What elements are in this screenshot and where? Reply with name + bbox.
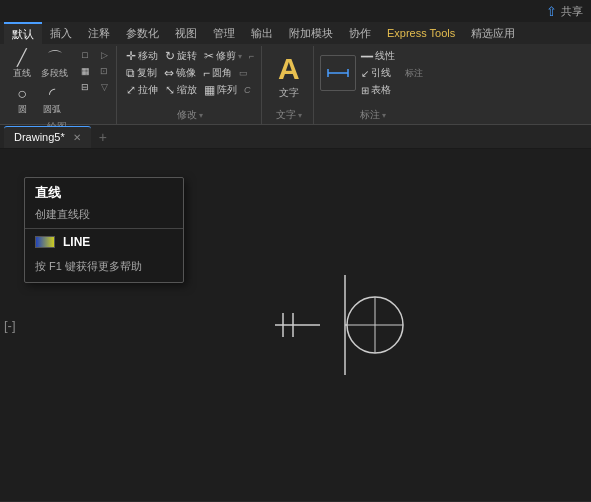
btn-fillet[interactable]: ⌐ 圆角 — [200, 65, 235, 81]
doc-tab-add[interactable]: + — [91, 127, 115, 147]
btn-arc[interactable]: ◜ 圆弧 — [38, 84, 66, 118]
btn-array[interactable]: ▦ 阵列 — [201, 82, 240, 98]
btn-region[interactable]: ⊡ — [96, 64, 112, 78]
btn-wipeout[interactable]: ⊟ — [75, 80, 95, 94]
share-label[interactable]: 共享 — [561, 4, 583, 19]
btn-circle[interactable]: ○ 圆 — [8, 84, 36, 118]
btn-annotation-sub[interactable]: 标注 — [402, 66, 426, 81]
btn-linear[interactable]: ━━ 线性 — [358, 48, 398, 64]
modify-row-1: ✛ 移动 ↻ 旋转 ✂ 修剪 ▾ ⌐ — [123, 48, 257, 64]
ribbon-group-draw: ╱ 直线 ⌒ 多段线 ○ 圆 ◜ — [4, 46, 117, 124]
btn-rotate[interactable]: ↻ 旋转 — [162, 48, 200, 64]
doc-tab-close[interactable]: ✕ — [73, 132, 81, 143]
ribbon-tabs: 默认 插入 注释 参数化 视图 管理 输出 附加模块 协作 Express To… — [0, 22, 591, 44]
tab-output[interactable]: 输出 — [243, 22, 281, 44]
btn-rect-crop[interactable]: ▭ — [236, 67, 251, 79]
tab-manage[interactable]: 管理 — [205, 22, 243, 44]
viewport: [-] 直线 创建直线段 LINE 按 F1 键获得更多帮助 — [0, 149, 591, 501]
ribbon-group-modify: ✛ 移动 ↻ 旋转 ✂ 修剪 ▾ ⌐ ⧉ — [119, 46, 262, 124]
btn-table[interactable]: ⊞ 表格 — [358, 82, 398, 98]
modify-row-2: ⧉ 复制 ⇔ 镜像 ⌐ 圆角 ▭ — [123, 65, 257, 81]
doc-tab-drawing5[interactable]: Drawing5* ✕ — [4, 126, 91, 148]
tooltip-line-row: LINE — [25, 229, 183, 255]
btn-scale[interactable]: ⤡ 缩放 — [162, 82, 200, 98]
btn-dimension[interactable] — [320, 55, 356, 91]
share-section: ⇧ 共享 — [546, 4, 583, 19]
doc-tab-label: Drawing5* — [14, 131, 65, 143]
tab-collaborate[interactable]: 协作 — [341, 22, 379, 44]
btn-copy[interactable]: ⧉ 复制 — [123, 65, 160, 81]
text-group-label: 文字 ▾ — [276, 106, 302, 122]
modify-row-3: ⤢ 拉伸 ⤡ 缩放 ▦ 阵列 C — [123, 82, 257, 98]
ribbon-group-text: A 文字 文字 ▾ — [264, 46, 314, 124]
title-bar: ⇧ 共享 — [0, 0, 591, 22]
tooltip-command: LINE — [63, 235, 90, 249]
modify-group-label: 修改 ▾ — [177, 106, 203, 122]
tooltip-line-icon — [35, 236, 55, 248]
btn-move[interactable]: ✛ 移动 — [123, 48, 161, 64]
ribbon-group-annotation: ━━ 线性 ↙ 引线 ⊞ 表格 标注 — [316, 46, 430, 124]
btn-hatch[interactable]: ▦ — [75, 64, 95, 78]
tab-annotate[interactable]: 注释 — [80, 22, 118, 44]
tab-view[interactable]: 视图 — [167, 22, 205, 44]
tooltip-title: 直线 — [25, 178, 183, 205]
btn-mirror[interactable]: ⇔ 镜像 — [161, 65, 199, 81]
btn-curve[interactable]: C — [241, 84, 254, 96]
tooltip-description: 创建直线段 — [25, 205, 183, 228]
doc-tabs: Drawing5* ✕ + — [0, 125, 591, 149]
btn-trim[interactable]: ✂ 修剪 ▾ — [201, 48, 245, 64]
tooltip-help: 按 F1 键获得更多帮助 — [25, 255, 183, 282]
btn-line[interactable]: ╱ 直线 — [8, 48, 36, 82]
ribbon-content: ╱ 直线 ⌒ 多段线 ○ 圆 ◜ — [0, 44, 591, 124]
btn-rect[interactable]: □ — [75, 48, 95, 62]
viewport-bracket: [-] — [4, 318, 16, 333]
annotation-group-label: 标注 ▾ — [360, 106, 386, 122]
btn-polyline[interactable]: ⌒ 多段线 — [38, 48, 71, 82]
tab-insert[interactable]: 插入 — [42, 22, 80, 44]
tab-addons[interactable]: 附加模块 — [281, 22, 341, 44]
tab-express[interactable]: Express Tools — [379, 22, 463, 44]
btn-stretch[interactable]: ⤢ 拉伸 — [123, 82, 161, 98]
draw-buttons: ╱ 直线 ⌒ 多段线 ○ 圆 ◜ — [8, 48, 112, 118]
btn-text-large[interactable]: A 文字 — [269, 48, 309, 106]
btn-more[interactable]: ▽ — [96, 80, 112, 94]
share-icon: ⇧ — [546, 4, 557, 19]
tab-refined[interactable]: 精选应用 — [463, 22, 523, 44]
btn-arrow[interactable]: ▷ — [96, 48, 112, 62]
tab-parametric[interactable]: 参数化 — [118, 22, 167, 44]
btn-trim-more[interactable]: ⌐ — [246, 50, 257, 62]
ribbon: ╱ 直线 ⌒ 多段线 ○ 圆 ◜ — [0, 44, 591, 125]
tooltip-popup: 直线 创建直线段 LINE 按 F1 键获得更多帮助 — [24, 177, 184, 283]
btn-leader[interactable]: ↙ 引线 — [358, 65, 398, 81]
tab-default[interactable]: 默认 — [4, 22, 42, 44]
cad-drawing — [235, 265, 415, 385]
